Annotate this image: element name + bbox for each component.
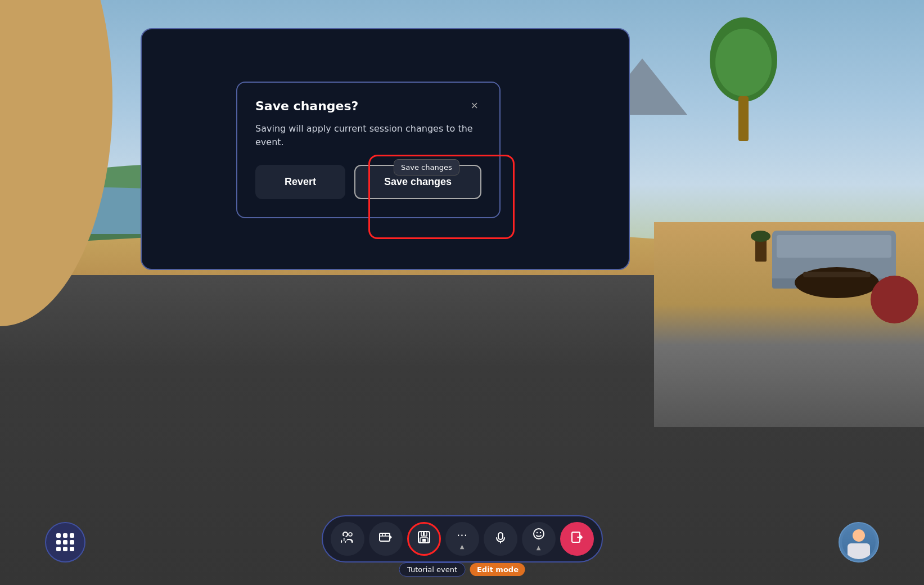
svg-point-1 bbox=[349, 533, 352, 536]
svg-rect-11 bbox=[498, 533, 503, 539]
save-button[interactable]: Save changes bbox=[354, 165, 481, 199]
revert-button[interactable]: Revert bbox=[255, 165, 345, 199]
ottoman bbox=[871, 276, 918, 323]
roles-icon: $ bbox=[340, 530, 355, 548]
dialog-buttons: Revert Save changes bbox=[255, 165, 481, 199]
more-button[interactable]: ··· ▲ bbox=[445, 522, 479, 556]
plant-pot bbox=[755, 239, 767, 262]
mic-button[interactable] bbox=[484, 522, 517, 556]
media-button[interactable] bbox=[369, 522, 403, 556]
coffee-table bbox=[795, 267, 879, 298]
media-icon bbox=[378, 530, 393, 548]
emoji-icon bbox=[532, 527, 546, 543]
save-changes-dialog: Save changes? × Saving will apply curren… bbox=[236, 82, 501, 218]
svg-text:$: $ bbox=[343, 538, 345, 542]
svg-marker-5 bbox=[390, 535, 392, 539]
roles-button[interactable]: $ bbox=[331, 522, 364, 556]
leave-icon bbox=[570, 530, 584, 548]
dialog-body: Saving will apply current session change… bbox=[255, 122, 481, 149]
close-button[interactable]: × bbox=[467, 98, 481, 113]
avatar-icon bbox=[842, 525, 876, 559]
emoji-button[interactable]: ▲ bbox=[522, 522, 556, 556]
svg-point-0 bbox=[343, 532, 348, 537]
mic-icon bbox=[494, 532, 507, 547]
furniture-area bbox=[654, 222, 924, 427]
svg-rect-9 bbox=[422, 539, 426, 542]
chevron-down-icon: ▲ bbox=[537, 544, 541, 551]
svg-point-13 bbox=[534, 529, 544, 539]
save-floppy-icon bbox=[417, 530, 431, 548]
dialog-title: Save changes? bbox=[255, 99, 358, 113]
grid-icon bbox=[56, 533, 74, 551]
status-bar: Tutorial event Edit mode bbox=[399, 562, 525, 577]
more-icon: ··· bbox=[457, 529, 467, 542]
event-label: Tutorial event bbox=[399, 562, 466, 577]
svg-point-15 bbox=[539, 532, 540, 533]
svg-point-14 bbox=[536, 532, 537, 533]
leave-button[interactable] bbox=[560, 522, 594, 556]
save-toolbar-button[interactable] bbox=[407, 522, 441, 556]
dialog-header: Save changes? × bbox=[255, 98, 481, 113]
avatar-button[interactable] bbox=[839, 522, 879, 562]
grid-menu-button[interactable] bbox=[45, 522, 85, 562]
chevron-up-icon: ▲ bbox=[460, 543, 465, 550]
svg-rect-4 bbox=[380, 533, 390, 541]
bottom-toolbar: $ ··· ▲ bbox=[322, 515, 603, 562]
mode-badge: Edit mode bbox=[470, 563, 525, 576]
svg-rect-10 bbox=[423, 532, 425, 536]
tree bbox=[701, 17, 786, 141]
